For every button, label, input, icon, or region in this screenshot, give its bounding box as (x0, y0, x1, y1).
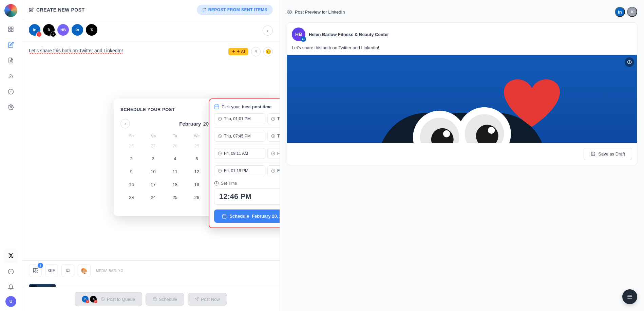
best-time-thu-0101[interactable]: Thu, 01:01 PM (214, 113, 265, 124)
best-time-fri-1237[interactable]: Fri, 12:37 PM (267, 148, 280, 159)
account-photo-1[interactable]: HB (57, 24, 70, 37)
save-as-draft-button[interactable]: Save as Draft (584, 148, 632, 160)
post-creator-panel: CREATE NEW POST REPOST FROM SENT ITEMS i… (22, 0, 280, 311)
post-to-queue-button[interactable]: in 1 𝕏 1 Post to Queue (75, 292, 142, 306)
best-time-fri-0911[interactable]: Fri, 09:11 AM (214, 148, 265, 159)
post-to-queue-label: Post to Queue (107, 297, 135, 302)
hashtag-button[interactable]: # (251, 47, 261, 56)
cal-day-19[interactable]: 19 (186, 178, 208, 191)
post-now-label: Post Now (201, 297, 220, 302)
sidebar-item-content[interactable] (4, 54, 18, 67)
sidebar-item-notifications[interactable] (4, 280, 18, 294)
save-draft-label: Save as Draft (598, 151, 625, 157)
schedule-label: Schedule (159, 297, 177, 302)
cal-day-4[interactable]: 4 (164, 152, 186, 165)
cal-day-5[interactable]: 5 (186, 152, 208, 165)
cal-day-header-mo: Mo (142, 132, 164, 139)
schedule-button[interactable]: Schedule (146, 293, 184, 306)
cal-day-18[interactable]: 18 (164, 178, 186, 191)
account-avatars-list: in 1 𝕏 1 HB in 𝕏 (29, 24, 263, 37)
cal-day-10[interactable]: 10 (142, 165, 164, 178)
editor-text-underlined: Let's share this both on Twitter and Lin… (29, 48, 123, 53)
cal-day-header-we: We (186, 132, 208, 139)
sidebar-item-dashboard[interactable] (4, 22, 18, 36)
preview-close-icon[interactable]: × (627, 7, 637, 17)
account-linkedin-2[interactable]: in (72, 24, 84, 37)
account-linkedin-1[interactable]: in 1 (29, 24, 42, 37)
schedule-modal-area: SCHEDULE YOUR POST × ‹ February 2025 › (114, 98, 280, 216)
best-time-fri-0146[interactable]: Fri, 01:46 PM (267, 165, 280, 176)
chat-fab-button[interactable] (622, 289, 637, 304)
color-button[interactable]: 🎨 (78, 264, 91, 277)
cal-day-3[interactable]: 3 (142, 152, 164, 165)
sidebar-item-settings[interactable] (4, 100, 18, 114)
account-twitter-2[interactable]: 𝕏 (86, 24, 99, 37)
preview-header: Post Preview for LinkedIn in × (287, 7, 637, 17)
time-display: 12:46 PM (219, 192, 251, 201)
account-twitter-1[interactable]: 𝕏 1 (43, 24, 56, 37)
preview-title-area: Post Preview for LinkedIn (287, 9, 345, 15)
preview-avatar-linkedin-badge: in (301, 36, 306, 42)
queue-linkedin-count: 1 (86, 300, 89, 303)
svg-rect-1 (12, 27, 13, 29)
preview-post-image (287, 55, 637, 143)
cal-day-2[interactable]: 2 (120, 152, 142, 165)
cal-day-24[interactable]: 24 (142, 191, 164, 204)
sidebar-item-analytics[interactable] (4, 85, 18, 98)
cal-day-23[interactable]: 23 (120, 191, 142, 204)
queue-twitter-badge: 𝕏 1 (90, 296, 97, 303)
set-time-section: Set Time 12:46 PM × Schedule February 20… (214, 181, 280, 223)
main-content: CREATE NEW POST REPOST FROM SENT ITEMS i… (22, 0, 644, 311)
cal-day-25[interactable]: 25 (164, 191, 186, 204)
best-time-fri-0119[interactable]: Fri, 01:19 PM (214, 165, 265, 176)
preview-card-header: HB in Helen Barlow Fitness & Beauty Cent… (287, 23, 637, 44)
svg-rect-3 (12, 30, 13, 32)
action-bar: in 1 𝕏 1 Post to Queue Schedule Post Now (22, 287, 280, 311)
emoji-button[interactable]: 🙂 (263, 47, 273, 56)
cal-day-17[interactable]: 17 (142, 178, 164, 191)
cal-day-29-prev[interactable]: 29 (186, 139, 208, 152)
gif-button[interactable]: GIF (45, 264, 58, 277)
cal-day-16[interactable]: 16 (120, 178, 142, 191)
image-upload-button[interactable]: 🖼 1 (29, 264, 42, 277)
cal-day-26-prev[interactable]: 26 (120, 139, 142, 152)
cal-day-26[interactable]: 26 (186, 191, 208, 204)
cal-day-27-prev[interactable]: 27 (142, 139, 164, 152)
best-time-thu-0123-label: Thu, 01:23 PM (277, 116, 280, 121)
sidebar-twitter-link[interactable] (4, 249, 18, 263)
best-post-time-popup: Pick your best post time Thu, 01:01 PM T… (209, 98, 280, 228)
preview-linkedin-icon[interactable]: in (615, 7, 625, 17)
sidebar-item-info[interactable] (4, 265, 18, 278)
clone-button[interactable]: ⧉ (61, 264, 74, 277)
svg-rect-0 (8, 27, 10, 29)
calendar-prev-button[interactable]: ‹ (120, 119, 130, 128)
best-time-label-prefix: Pick your (222, 104, 240, 109)
preview-image-view-icon[interactable] (625, 57, 634, 67)
user-avatar[interactable]: U (5, 296, 16, 307)
cal-day-9[interactable]: 9 (120, 165, 142, 178)
cal-day-header-su: Su (120, 132, 142, 139)
accounts-expand-button[interactable]: › (263, 25, 273, 36)
cal-day-28-prev[interactable]: 28 (164, 139, 186, 152)
schedule-confirm-button[interactable]: Schedule February 20, 2025, 12:49 PM (214, 209, 280, 223)
sidebar-item-feed[interactable] (4, 69, 18, 83)
best-time-thu-0123[interactable]: Thu, 01:23 PM (267, 113, 280, 124)
preview-card: HB in Helen Barlow Fitness & Beauty Cent… (287, 22, 637, 165)
cal-day-11[interactable]: 11 (164, 165, 186, 178)
svg-rect-2 (8, 30, 10, 32)
repost-from-sent-button[interactable]: REPOST FROM SENT ITEMS (197, 5, 273, 15)
cal-day-12[interactable]: 12 (186, 165, 208, 178)
best-time-thu-0745-label: Thu, 07:45 PM (224, 134, 251, 139)
ai-assist-button[interactable]: ✦ ✦ AI (228, 48, 248, 55)
queue-linkedin-badge: in 1 (82, 296, 89, 303)
preview-author-name: Helen Barlow Fitness & Beauty Center (309, 32, 389, 37)
post-now-button[interactable]: Post Now (188, 293, 227, 306)
best-time-label-bold: best post time (242, 104, 271, 109)
app-logo[interactable] (4, 4, 17, 17)
best-time-fri-0119-label: Fri, 01:19 PM (224, 168, 248, 173)
best-time-thu-0745[interactable]: Thu, 07:45 PM (214, 131, 265, 142)
sidebar-item-compose[interactable] (4, 38, 18, 52)
time-input-row[interactable]: 12:46 PM × (214, 188, 280, 205)
best-time-thu-0945[interactable]: Thu, 09:45 PM (267, 131, 280, 142)
best-post-time-header: Pick your best post time (214, 104, 280, 109)
